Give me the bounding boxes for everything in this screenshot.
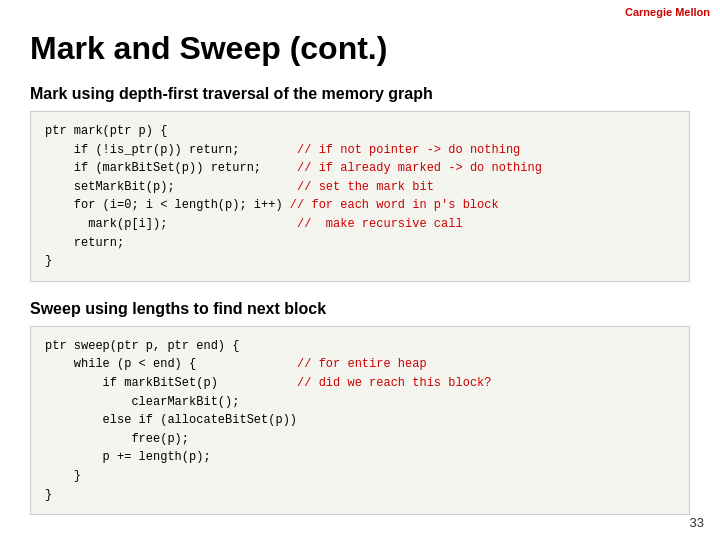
code-line: mark(p[i]); // make recursive call bbox=[45, 215, 675, 234]
code-line: if (markBitSet(p)) return; // if already… bbox=[45, 159, 675, 178]
section2-heading: Sweep using lengths to find next block bbox=[30, 300, 690, 318]
code-line: if (!is_ptr(p)) return; // if not pointe… bbox=[45, 141, 675, 160]
code-line: free(p); bbox=[45, 430, 675, 449]
code-block-1: ptr mark(ptr p) { if (!is_ptr(p)) return… bbox=[30, 111, 690, 282]
code-line: clearMarkBit(); bbox=[45, 393, 675, 412]
page-number: 33 bbox=[690, 515, 704, 530]
code-line: } bbox=[45, 252, 675, 271]
code-line: for (i=0; i < length(p); i++) // for eac… bbox=[45, 196, 675, 215]
section1-heading: Mark using depth-first traversal of the … bbox=[30, 85, 690, 103]
cmu-logo: Carnegie Mellon bbox=[625, 6, 710, 18]
code-line: while (p < end) { // for entire heap bbox=[45, 355, 675, 374]
code-block-2: ptr sweep(ptr p, ptr end) { while (p < e… bbox=[30, 326, 690, 515]
code-line: else if (allocateBitSet(p)) bbox=[45, 411, 675, 430]
slide-content: Mark and Sweep (cont.) Mark using depth-… bbox=[0, 0, 720, 540]
code-line: } bbox=[45, 467, 675, 486]
main-title: Mark and Sweep (cont.) bbox=[30, 30, 690, 67]
code-line: return; bbox=[45, 234, 675, 253]
code-line: ptr sweep(ptr p, ptr end) { bbox=[45, 337, 675, 356]
code-line: ptr mark(ptr p) { bbox=[45, 122, 675, 141]
code-line: setMarkBit(p); // set the mark bit bbox=[45, 178, 675, 197]
code-line: } bbox=[45, 486, 675, 505]
code-line: p += length(p); bbox=[45, 448, 675, 467]
code-line: if markBitSet(p) // did we reach this bl… bbox=[45, 374, 675, 393]
